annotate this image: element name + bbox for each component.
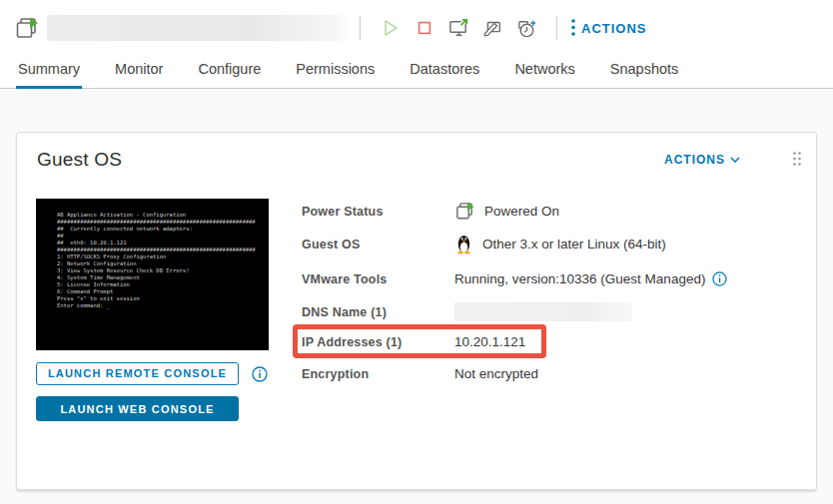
toolbar-divider: [556, 16, 557, 40]
info-icon[interactable]: [711, 271, 727, 287]
toolbar-divider: [360, 16, 361, 40]
vm-icon: [14, 15, 40, 41]
linux-penguin-icon: [454, 234, 473, 254]
tab-summary[interactable]: Summary: [16, 61, 82, 89]
power-status-value: Powered On: [484, 204, 559, 219]
guest-os-card: Guest OS ACTIONS AB Appliance Activation: [16, 132, 817, 490]
tab-datastores[interactable]: Datastores: [408, 61, 481, 89]
launch-web-console-button[interactable]: LAUNCH WEB CONSOLE: [36, 396, 239, 421]
vmware-tools-value: Running, version:10336 (Guest Managed): [454, 271, 705, 286]
ip-addresses-row: IP Addresses (1) 10.20.1.121: [302, 331, 816, 352]
card-title: Guest OS: [37, 149, 122, 171]
tab-snapshots[interactable]: Snapshots: [608, 61, 681, 89]
vm-tabs: Summary Monitor Configure Permissions Da…: [0, 56, 833, 89]
console-column: AB Appliance Activation - Configuration …: [36, 199, 269, 421]
chevron-down-icon: [730, 157, 740, 163]
power-status-row: Power Status Powered On: [302, 201, 816, 222]
guest-os-card-body: AB Appliance Activation - Configuration …: [17, 171, 816, 421]
guest-os-card-header: Guest OS ACTIONS: [17, 133, 816, 171]
vm-name-redacted: [47, 15, 347, 41]
schedule-task-icon[interactable]: [514, 16, 538, 40]
toolbar-actions-menu[interactable]: ACTIONS: [570, 18, 647, 38]
guest-os-value: Other 3.x or later Linux (64-bit): [482, 237, 666, 252]
vm-toolbar: ACTIONS: [0, 0, 833, 56]
encryption-row: Encryption Not encrypted: [302, 363, 816, 384]
card-actions-dropdown[interactable]: ACTIONS: [664, 153, 740, 167]
tab-networks[interactable]: Networks: [512, 61, 576, 89]
dns-name-redacted: [454, 302, 632, 321]
power-off-icon[interactable]: [413, 16, 436, 40]
dns-name-row: DNS Name (1): [302, 301, 816, 322]
launch-console-icon[interactable]: [446, 16, 470, 40]
guest-os-details: Power Status Powered On Guest: [302, 199, 816, 421]
tab-permissions[interactable]: Permissions: [294, 61, 377, 89]
launch-remote-console-button[interactable]: LAUNCH REMOTE CONSOLE: [36, 362, 239, 385]
info-icon[interactable]: [252, 366, 268, 382]
tab-monitor[interactable]: Monitor: [113, 61, 165, 89]
ip-address-value: 10.20.1.121: [454, 334, 525, 349]
tab-configure[interactable]: Configure: [196, 61, 263, 89]
powered-on-icon: [454, 201, 475, 222]
drag-handle-icon[interactable]: [792, 151, 802, 170]
kebab-menu-icon: [570, 18, 576, 38]
toolbar-actions-label: ACTIONS: [581, 21, 647, 36]
power-on-icon[interactable]: [379, 16, 403, 40]
vmware-tools-row: VMware Tools Running, version:10336 (Gue…: [302, 268, 816, 289]
edit-settings-icon[interactable]: [480, 16, 504, 40]
encryption-value: Not encrypted: [454, 366, 538, 381]
console-preview-thumbnail[interactable]: AB Appliance Activation - Configuration …: [36, 199, 269, 350]
guest-os-row: Guest OS: [302, 234, 816, 254]
summary-content: Guest OS ACTIONS AB Appliance Activation: [0, 89, 833, 504]
